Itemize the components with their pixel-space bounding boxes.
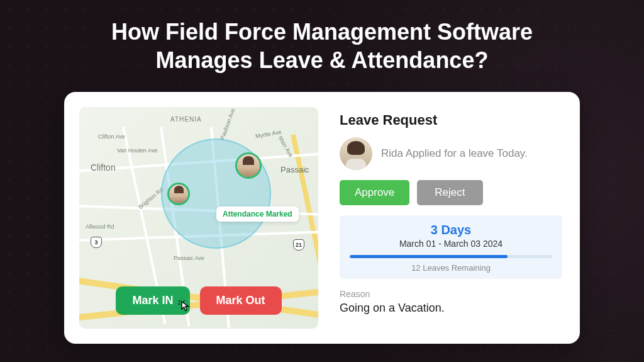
- svg-line-1: [183, 300, 184, 302]
- leave-progress-track: [350, 255, 552, 258]
- route-shield-3: 3: [91, 237, 102, 248]
- map-label-passaic: Passaic: [280, 165, 309, 174]
- cursor-hand-icon: [177, 300, 195, 317]
- reject-button[interactable]: Reject: [417, 180, 482, 205]
- reason-label: Reason: [340, 289, 562, 299]
- action-row: Approve Reject: [340, 180, 562, 205]
- avatar-pin-inside[interactable]: [235, 152, 262, 179]
- leave-request-panel: Leave Request Rida Applied for a leave T…: [337, 107, 565, 329]
- svg-line-0: [179, 300, 180, 302]
- route-shield-21: 21: [293, 239, 304, 251]
- map-label-vanhouten: Van Houten Ave: [117, 147, 157, 154]
- leave-info-box: 3 Days March 01 - March 03 2024 12 Leave…: [340, 215, 562, 279]
- map-panel: ATHENIA Clifton Passaic Paulison Ave Van…: [79, 107, 318, 329]
- attendance-status-chip: Attendance Marked: [216, 206, 299, 222]
- map-label-clifton: Clifton: [91, 162, 116, 173]
- days-count: 3 Days: [350, 223, 552, 237]
- requester-avatar: [340, 137, 372, 170]
- leave-request-title: Leave Request: [340, 112, 562, 128]
- mark-out-button[interactable]: Mark Out: [200, 286, 282, 315]
- mark-in-label: Mark IN: [132, 294, 173, 307]
- map-label-allwood: Allwood Rd: [86, 223, 114, 230]
- reason-text: Going on a Vacation.: [340, 302, 562, 315]
- map-label-cliftonave: Clifton Ave: [98, 133, 125, 140]
- request-text: Rida Applied for a leave Today.: [381, 147, 528, 161]
- request-row: Rida Applied for a leave Today.: [340, 137, 562, 170]
- map-label-passaicave: Passaic Ave: [174, 255, 204, 261]
- avatar-pin-outside[interactable]: [167, 183, 190, 205]
- mark-in-button[interactable]: Mark IN: [116, 286, 189, 315]
- leaves-remaining: 12 Leaves Remaining: [350, 263, 552, 273]
- map-label-athenia: ATHENIA: [170, 116, 202, 123]
- date-range: March 01 - March 03 2024: [350, 239, 552, 249]
- page-headline: How Field Force Management Software Mana…: [111, 18, 533, 74]
- leave-progress-fill: [350, 255, 508, 258]
- headline-text: How Field Force Management Software Mana…: [111, 19, 533, 73]
- map-action-buttons: Mark IN Mark Out: [79, 286, 318, 315]
- approve-button[interactable]: Approve: [340, 180, 409, 205]
- feature-card: ATHENIA Clifton Passaic Paulison Ave Van…: [64, 92, 580, 344]
